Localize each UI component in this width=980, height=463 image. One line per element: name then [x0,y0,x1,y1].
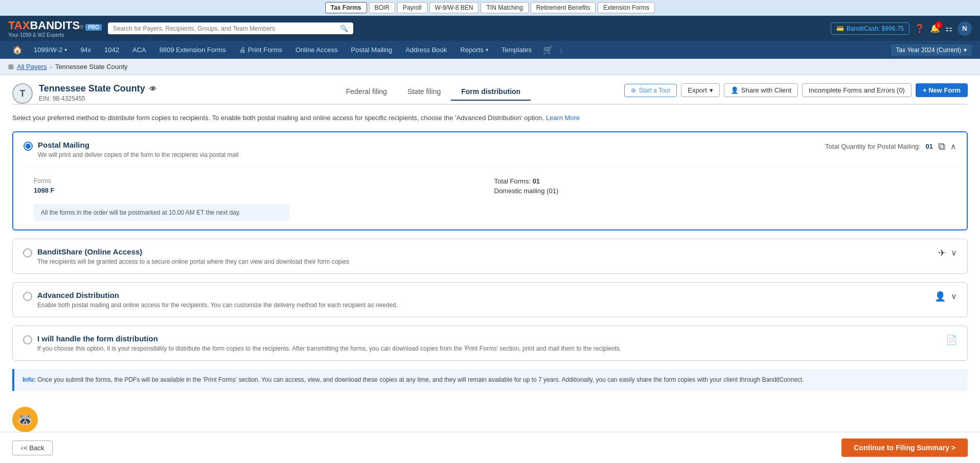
export-button[interactable]: Export ▾ [681,83,720,97]
advanced-dist-icon: 👤 [935,291,946,302]
home-icon[interactable]: 🏠 [8,41,27,59]
postal-mailing-title-area: Postal Mailing We will print and deliver… [38,141,239,158]
pdf-icon: 📄 [946,334,957,345]
search-input[interactable] [113,25,336,32]
postal-mailing-title: Postal Mailing [38,141,239,149]
postal-quantity-area: Total Quantity for Postal Mailing: 01 ⧉ … [825,141,956,152]
self-handle-radio[interactable] [23,335,32,344]
payer-actions: ⊕ Start a Tour Export ▾ 👤 Share with Cli… [624,83,968,97]
search-bar[interactable]: 🔍 [108,22,353,34]
forms-col: Forms 1098 F [34,177,486,195]
eye-icon[interactable]: 👁 [149,85,156,93]
banditshare-title-area: BanditShare (Online Access) The recipien… [37,247,349,265]
top-nav-w9[interactable]: W-9/W-8 BEN [429,2,479,13]
nav-online-access[interactable]: Online Access [289,42,344,58]
page-content: T Tennessee State County 👁 EIN: 98-43254… [0,75,980,436]
advanced-expand-icon[interactable]: ∨ [951,291,957,301]
top-nav-bar: Tax Forms BOIR Payroll W-9/W-8 BEN TIN M… [0,0,980,16]
postal-mailing-card: Postal Mailing We will print and deliver… [12,131,968,230]
breadcrumb: ⊞ All Payers › Tennessee State County [0,59,980,75]
info-box: Info: Once you submit the forms, the PDF… [12,369,968,391]
logo-area: TAXBANDITS® PRO Your 1099 & W2 Experts [8,19,102,38]
banditshare-expand-icon[interactable]: ∨ [951,248,957,258]
tour-icon: ⊕ [631,87,636,94]
chevron-down-icon: ▾ [964,47,967,54]
start-tour-button[interactable]: ⊕ Start a Tour [624,84,677,97]
payer-ein: EIN: 98-4325455 [39,95,322,102]
export-chevron-icon: ▾ [710,86,713,94]
nav-aca[interactable]: ACA [126,42,152,58]
footer: ‹ < Back Continue to Filing Summary > [0,432,980,436]
banditshare-desc: The recipients will be granted access to… [37,258,349,265]
learn-more-link[interactable]: Learn More [546,114,580,122]
user-avatar[interactable]: N [958,21,972,36]
form-table: Forms 1098 F Total Forms: 01 Domestic ma… [34,173,946,199]
banditshare-card: BanditShare (Online Access) The recipien… [12,239,968,274]
advanced-dist-right: 👤 ∨ [935,291,957,302]
quantity-label: Total Quantity for Postal Mailing: [825,143,920,150]
radio-inner [26,144,31,149]
tab-form-distribution[interactable]: Form distribution [451,83,531,101]
advanced-dist-title: Advanced Distribution [37,291,398,299]
postal-mailing-body: Forms 1098 F Total Forms: 01 Domestic ma… [24,167,956,229]
help-icon[interactable]: ❓ [915,24,925,33]
nav-address-book[interactable]: Address Book [399,42,453,58]
copy-icon[interactable]: ⧉ [938,141,945,152]
nav-8809[interactable]: 8809 Extension Forms [153,42,232,58]
form-table-row: Forms 1098 F Total Forms: 01 Domestic ma… [34,173,946,199]
forms-col-value: 1098 F [34,187,486,194]
postal-collapse-icon[interactable]: ∧ [950,142,956,151]
top-nav-boir[interactable]: BOIR [369,2,395,13]
grid-icon[interactable]: ⚏ [945,24,952,33]
postmark-note: All the forms in the order will be postm… [34,204,289,221]
forms-col-label: Forms [34,177,486,184]
bandit-cash-button[interactable]: 💳 BanditCash: $996.75 [831,22,909,35]
info-box-text: Once you submit the forms, the PDFs will… [37,376,804,383]
main-content: Select your preferred method to distribu… [0,105,980,399]
share-with-client-button[interactable]: 👤 Share with Client [724,83,798,97]
totals-col: Total Forms: 01 Domestic mailing (01) [494,177,947,195]
top-nav-tin[interactable]: TIN Matching [481,2,528,13]
search-icon: 🔍 [340,25,348,32]
tax-year-selector[interactable]: Tax Year 2024 (Current) ▾ [891,44,972,56]
domestic-mailing: Domestic mailing (01) [494,187,947,195]
nav-1042[interactable]: 1042 [98,42,125,58]
nav-print-forms[interactable]: 🖨 Print Forms [233,42,288,58]
nav-1099-w2[interactable]: 1099/W-2 [28,42,73,58]
breadcrumb-current-payer: Tennessee State County [55,63,128,71]
header-right: 💳 BanditCash: $996.75 ❓ 🔔 1 ⚏ N [831,21,972,36]
self-handle-header: I will handle the form distribution If y… [13,326,967,360]
mascot: 🦝 [12,407,38,432]
advanced-dist-title-area: Advanced Distribution Enable both postal… [37,291,398,309]
self-handle-right: 📄 [946,334,957,345]
nav-templates[interactable]: Templates [495,42,538,58]
new-form-button[interactable]: + New Form [916,83,968,97]
tab-state-filing[interactable]: State filing [397,83,451,101]
nav-reports[interactable]: Reports [454,42,494,58]
advanced-distribution-card: Advanced Distribution Enable both postal… [12,282,968,317]
divider: | [558,46,564,54]
self-handle-desc: If you choose this option, it is your re… [37,345,621,352]
payer-info: Tennessee State County 👁 EIN: 98-4325455 [39,83,322,102]
tab-federal-filing[interactable]: Federal filing [336,83,397,101]
incomplete-forms-button[interactable]: Incomplete Forms and Errors (0) [802,83,911,97]
tax-year-label: Tax Year 2024 (Current) [896,47,961,54]
wallet-icon: 💳 [836,25,844,32]
payer-header: T Tennessee State County 👁 EIN: 98-43254… [0,75,980,104]
nav-postal-mailing[interactable]: Postal Mailing [345,42,398,58]
self-handle-title: I will handle the form distribution [37,334,621,343]
advanced-dist-header: Advanced Distribution Enable both postal… [13,283,967,317]
top-nav-retirement[interactable]: Retirement Benefits [531,2,596,13]
notification-icon[interactable]: 🔔 1 [930,24,940,33]
advanced-dist-radio[interactable] [23,292,32,301]
cart-icon[interactable]: 🛒 [539,41,557,59]
top-nav-payroll[interactable]: Payroll [397,2,427,13]
top-nav-extension[interactable]: Extension Forms [598,2,655,13]
banditshare-title: BanditShare (Online Access) [37,247,349,256]
nav-94x[interactable]: 94x [74,42,97,58]
breadcrumb-all-payers[interactable]: All Payers [17,63,47,71]
banditshare-radio[interactable] [23,248,32,258]
top-nav-tax-forms[interactable]: Tax Forms [325,2,367,13]
info-box-label: Info: [22,376,36,383]
postal-mailing-radio[interactable] [24,142,33,151]
